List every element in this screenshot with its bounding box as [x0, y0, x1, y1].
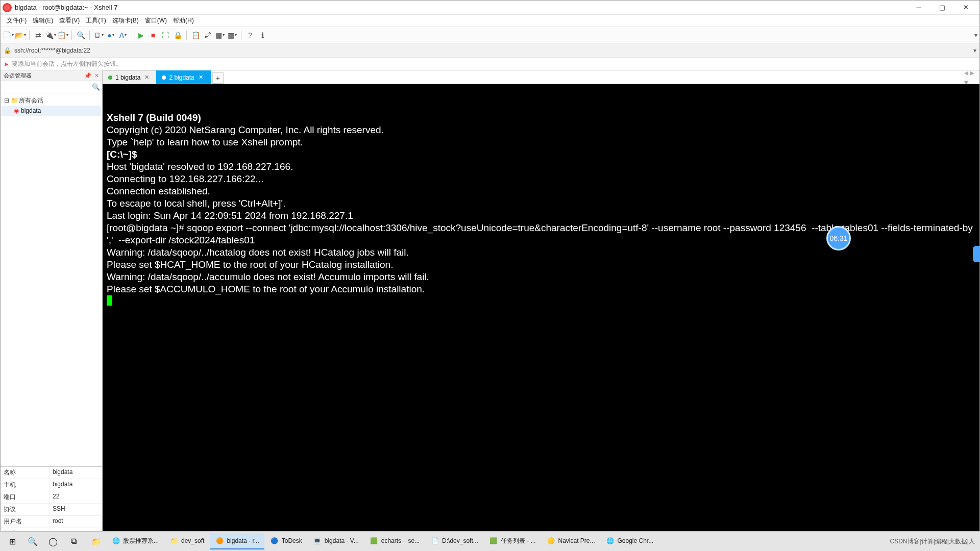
taskbar-app-label: bigdata - r...: [227, 537, 259, 544]
help-icon[interactable]: ?: [244, 30, 256, 41]
find-icon[interactable]: 🔍: [75, 30, 86, 41]
address-url: ssh://root:******@bigdata:22: [14, 47, 90, 54]
taskbar-search-icon[interactable]: 🔍: [22, 532, 43, 552]
sidebar-pin-icon[interactable]: 📌: [84, 72, 91, 79]
folder-icon: 📁: [11, 97, 18, 104]
tray-text: CSDN博客|计算|编程|大数据|人: [890, 537, 975, 546]
tree-item-bigdata[interactable]: ◉ bigdata: [2, 106, 101, 116]
session-tree[interactable]: ⊟ 📁 所有会话 ◉ bigdata: [1, 93, 102, 466]
title-bar: bigdata - root@bigdata:~ - Xshell 7 ─ ▢ …: [1, 1, 979, 15]
taskbar-app[interactable]: 🟠bigdata - r...: [210, 533, 264, 549]
start-button[interactable]: ⊞: [2, 532, 22, 552]
toolbar-overflow-icon[interactable]: ▾: [974, 32, 977, 39]
host-icon[interactable]: 🖥▾: [93, 30, 104, 41]
menu-bar: 文件(F) 编辑(E) 查看(V) 工具(T) 选项卡(B) 窗口(W) 帮助(…: [1, 15, 979, 27]
maximize-button[interactable]: ▢: [930, 1, 954, 15]
search-icon[interactable]: 🔍: [92, 83, 100, 91]
taskbar-app-icon: 🟡: [547, 537, 555, 545]
property-value: SSH: [50, 504, 102, 516]
add-tab-button[interactable]: +: [212, 72, 224, 84]
system-tray: CSDN博客|计算|编程|大数据|人: [890, 537, 978, 546]
reconnect-icon[interactable]: 🔌▾: [45, 30, 56, 41]
taskbar-app[interactable]: 📄D:\dev_soft...: [426, 533, 483, 549]
property-row: 名称bigdata: [1, 467, 102, 479]
taskbar-app[interactable]: 🌐股票推荐系...: [107, 533, 164, 549]
property-key: 名称: [1, 467, 50, 479]
taskbar-app[interactable]: 🌐Google Chr...: [601, 533, 659, 549]
menu-tool[interactable]: 工具(T): [83, 15, 109, 26]
timer-badge: 06:31: [826, 226, 851, 251]
taskbar-app-label: D:\dev_soft...: [442, 537, 478, 544]
menu-window[interactable]: 窗口(W): [142, 15, 170, 26]
taskbar-app[interactable]: 🔵ToDesk: [265, 533, 307, 549]
tree-root[interactable]: ⊟ 📁 所有会话: [2, 95, 101, 106]
task-view-icon[interactable]: ⧉: [63, 532, 84, 552]
status-dot-icon: [162, 76, 166, 80]
property-row: 用户名root: [1, 516, 102, 528]
cortana-icon[interactable]: ◯: [43, 532, 63, 552]
side-flyout-tab[interactable]: [973, 246, 980, 262]
menu-help[interactable]: 帮助(H): [170, 15, 197, 26]
new-session-icon[interactable]: 📄▾: [3, 30, 14, 41]
taskbar-app-label: dev_soft: [181, 537, 204, 544]
paste-script-icon[interactable]: 📋▾: [57, 30, 68, 41]
tab-close-icon[interactable]: ✕: [144, 74, 149, 81]
taskbar-app-label: Google Chr...: [618, 537, 654, 544]
taskbar-app[interactable]: 🟩echarts – se...: [365, 533, 425, 549]
toolbar: 📄▾ 📂▾ ⇄ 🔌▾ 📋▾ 🔍 🖥▾ ●▾ A▾ ▶ ■ ⛶ 🔒 📋 🖍 ▦▾ …: [1, 27, 979, 43]
minimize-button[interactable]: ─: [907, 1, 930, 15]
globe-icon[interactable]: ●▾: [105, 30, 116, 41]
taskbar-app-icon: 💻: [313, 537, 322, 545]
transfer-icon[interactable]: ⇄: [33, 30, 44, 41]
session-tab-label: 2 bigdata: [169, 74, 194, 81]
terminal-line: Host 'bigdata' resolved to 192.168.227.1…: [107, 161, 975, 173]
font-icon[interactable]: A▾: [117, 30, 129, 41]
address-bar: 🔒 ssh://root:******@bigdata:22 ▾: [1, 43, 979, 58]
explorer-icon[interactable]: 📁: [86, 532, 107, 552]
fullscreen-icon[interactable]: ⛶: [160, 30, 171, 41]
session-tab[interactable]: 1 bigdata✕: [103, 70, 157, 84]
terminal-output[interactable]: Xshell 7 (Build 0049)Copyright (c) 2020 …: [103, 84, 979, 540]
session-tab[interactable]: 2 bigdata✕: [156, 70, 210, 84]
terminal-line: Copyright (c) 2020 NetSarang Computer, I…: [107, 124, 975, 136]
columns-icon[interactable]: ▦▾: [214, 30, 226, 41]
app-logo-icon: [3, 3, 12, 12]
taskbar-app[interactable]: 🟡Navicat Pre...: [542, 533, 600, 549]
layout-icon[interactable]: ▥▾: [227, 30, 238, 41]
taskbar-app[interactable]: 💻bigdata - V...: [308, 533, 364, 549]
status-dot-icon: [108, 76, 112, 80]
sidebar-close-icon[interactable]: ✕: [94, 72, 99, 79]
tabs-nav-icon[interactable]: ◂ ▸ ▾: [964, 71, 979, 84]
taskbar-app-label: bigdata - V...: [325, 537, 359, 544]
property-row: 协议SSH: [1, 504, 102, 516]
menu-view[interactable]: 查看(V): [56, 15, 83, 26]
taskbar-app-label: 任务列表 - ...: [501, 537, 536, 545]
taskbar-app-icon: 🟩: [370, 537, 378, 545]
tab-close-icon[interactable]: ✕: [199, 74, 203, 81]
restart-stop-icon[interactable]: ■: [148, 30, 159, 41]
menu-tab[interactable]: 选项卡(B): [109, 15, 142, 26]
menu-file[interactable]: 文件(F): [4, 15, 30, 26]
windows-taskbar: ⊞ 🔍 ◯ ⧉ 📁 🌐股票推荐系...📁dev_soft🟠bigdata - r…: [0, 531, 980, 551]
open-folder-icon[interactable]: 📂▾: [15, 30, 26, 41]
tip-arrow-icon: ➤: [4, 61, 9, 68]
taskbar-app[interactable]: 🟩任务列表 - ...: [484, 533, 541, 549]
tree-collapse-icon[interactable]: ⊟: [4, 97, 10, 104]
menu-edit[interactable]: 编辑(E): [30, 15, 56, 26]
property-row: 端口22: [1, 491, 102, 504]
address-overflow-icon[interactable]: ▾: [973, 47, 976, 54]
sidebar-search-input[interactable]: [3, 84, 92, 91]
terminal-line: Connection established.: [107, 185, 975, 197]
taskbar-app-icon: 🔵: [271, 537, 279, 545]
terminal-line: Please set $HCAT_HOME to the root of you…: [107, 259, 975, 271]
close-button[interactable]: ✕: [954, 1, 977, 15]
taskbar-app-icon: 📄: [431, 537, 439, 545]
highlighter-icon[interactable]: 🖍: [202, 30, 213, 41]
lock-icon[interactable]: 🔒: [172, 30, 183, 41]
about-icon[interactable]: ℹ: [257, 30, 268, 41]
property-key: 主机: [1, 479, 50, 491]
sidebar-search: 🔍: [1, 81, 102, 93]
clipboard-icon[interactable]: 📋: [190, 30, 201, 41]
taskbar-app[interactable]: 📁dev_soft: [165, 533, 209, 549]
restart-play-icon[interactable]: ▶: [135, 30, 146, 41]
